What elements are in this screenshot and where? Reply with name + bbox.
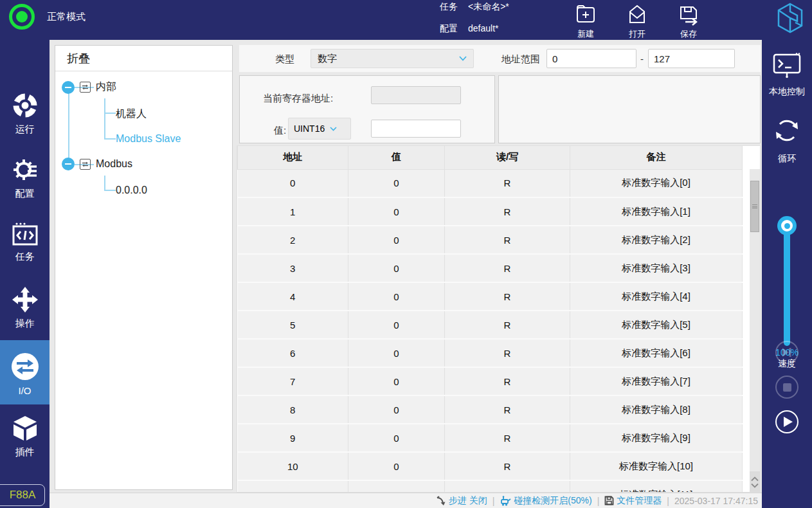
cell-address: 7	[238, 367, 348, 395]
save-task-button[interactable]: 保存	[668, 4, 709, 40]
detail-empty-panel	[498, 75, 761, 143]
type-label: 类型	[275, 53, 294, 66]
value-label: 值:	[274, 125, 286, 137]
cell-rw: R	[445, 254, 570, 282]
file-manager-button[interactable]: 文件管理器	[604, 495, 662, 507]
scroll-down-icon[interactable]	[751, 483, 759, 488]
collapse-minus-icon[interactable]	[62, 81, 75, 94]
table-body: 0 0 R 标准数字输入[0] 1 0 R 标准数字输入[1] 2	[238, 169, 743, 493]
value-input[interactable]	[371, 120, 461, 138]
tree-line	[104, 176, 105, 191]
local-control-label: 本地控制	[762, 86, 812, 98]
open-button-label: 打开	[629, 29, 645, 39]
sidebar-item-run[interactable]: 运行	[0, 91, 50, 153]
step-toggle[interactable]: 步进 关闭	[436, 495, 487, 507]
tree-leaf-robot[interactable]: 机器人	[116, 107, 147, 121]
table-row[interactable]: 0 0 R 标准数字输入[0]	[238, 169, 743, 197]
slider-track[interactable]	[784, 230, 790, 346]
cell-note: 标准数字输入[2]	[570, 226, 743, 254]
cell-rw: R	[445, 226, 570, 254]
range-from-input[interactable]	[546, 49, 636, 68]
loop-button[interactable]: 循环	[762, 116, 812, 165]
io-transfer-icon	[10, 352, 40, 381]
cell-value: 0	[348, 197, 445, 226]
cell-note: 标准数字输入[7]	[570, 367, 743, 395]
cell-value: 0	[348, 254, 445, 282]
value-type-dropdown[interactable]: UINT16	[288, 118, 351, 140]
tree-leaf-ip[interactable]: 0.0.0.0	[116, 185, 147, 196]
right-sidebar: 本地控制 循环 100% 速度	[762, 40, 812, 508]
play-button[interactable]	[775, 410, 798, 433]
scrollbar-thumb[interactable]	[750, 181, 759, 232]
sidebar-item-config[interactable]: 配置	[0, 156, 50, 217]
tree-line	[104, 98, 105, 140]
new-button-label: 新建	[577, 29, 594, 39]
sidebar-item-label: 操作	[0, 318, 50, 330]
tree-node-modbus[interactable]: Modbus	[62, 158, 132, 170]
brand-logo-icon	[776, 3, 804, 36]
sidebar-item-label: I/O	[0, 385, 50, 396]
cell-rw: R	[445, 367, 570, 395]
table-row[interactable]: 4 0 R 标准数字输入[4]	[238, 282, 743, 311]
table-row[interactable]: 9 0 R 标准数字输入[9]	[238, 424, 743, 452]
table-row[interactable]: 5 0 R 标准数字输入[5]	[238, 311, 743, 339]
range-to-input[interactable]	[648, 49, 735, 68]
cell-address: 0	[238, 169, 348, 197]
cell-rw: R	[445, 339, 570, 367]
sidebar-item-plugin[interactable]: 插件	[0, 414, 50, 476]
topbar: 正常模式 任务 <未命名>* 配置 default* 新建 打开	[0, 0, 812, 40]
local-control-button[interactable]: 本地控制	[762, 53, 812, 98]
type-dropdown-value: 数字	[318, 53, 337, 65]
range-dash: -	[640, 53, 644, 64]
new-folder-icon	[575, 4, 597, 26]
cell-value: 0	[348, 367, 445, 395]
table-row[interactable]: 8 0 R 标准数字输入[8]	[238, 395, 743, 424]
cell-note: 标准数字输入[10]	[570, 452, 743, 480]
cell-rw: R	[445, 197, 570, 226]
sidebar-item-operate[interactable]: 操作	[0, 286, 50, 347]
gear-icon	[11, 156, 39, 184]
current-register-input[interactable]	[371, 86, 461, 104]
tree-collapse-header[interactable]: 折叠	[55, 46, 232, 71]
statusbar-separator: |	[597, 496, 600, 506]
slider-knob[interactable]	[777, 216, 797, 235]
scrollbar-buttons[interactable]	[750, 471, 760, 493]
main-content: 类型 数字 地址范围 - 当前寄存器地址: 值: UINT16 地址 值 读/写	[233, 40, 762, 493]
table-row[interactable]: 6 0 R 标准数字输入[6]	[238, 339, 743, 367]
table-row[interactable]: 11 0 R 标准数字输入[11]	[238, 480, 743, 493]
cube-icon	[11, 414, 39, 442]
loop-icon	[772, 116, 802, 145]
terminal-icon	[772, 53, 802, 78]
current-register-label: 当前寄存器地址:	[263, 93, 333, 105]
skip-next-button	[775, 341, 798, 364]
new-task-button[interactable]: 新建	[565, 4, 606, 40]
sidebar-item-task[interactable]: 任务	[0, 221, 50, 283]
cell-address: 11	[238, 480, 348, 493]
statusbar: 步进 关闭 | 碰撞检测开启(50%) | 文件管理器 | 2025-03-17…	[50, 493, 762, 508]
cell-note: 标准数字输入[4]	[570, 282, 743, 311]
table-row[interactable]: 7 0 R 标准数字输入[7]	[238, 367, 743, 395]
loop-label: 循环	[762, 153, 812, 165]
cell-value: 0	[348, 311, 445, 339]
mode-label: 正常模式	[47, 11, 86, 23]
sidebar-item-io[interactable]: I/O	[0, 340, 50, 404]
scroll-up-icon[interactable]	[751, 476, 759, 482]
cell-rw: R	[445, 311, 570, 339]
mode-indicator: 正常模式	[9, 4, 86, 30]
collapse-minus-icon[interactable]	[62, 158, 75, 170]
collision-detect-toggle[interactable]: 碰撞检测开启(50%)	[500, 495, 591, 507]
table-row[interactable]: 10 0 R 标准数字输入[10]	[238, 452, 743, 480]
tree-node-internal[interactable]: 内部	[62, 80, 116, 94]
step-status-text: 步进 关闭	[449, 495, 487, 507]
table-row[interactable]: 3 0 R 标准数字输入[3]	[238, 254, 743, 282]
cell-address: 9	[238, 424, 348, 452]
file-manager-label: 文件管理器	[617, 495, 662, 507]
open-task-button[interactable]: 打开	[617, 4, 658, 40]
col-header-address: 地址	[238, 146, 348, 169]
table-scrollbar[interactable]	[750, 169, 760, 493]
type-dropdown[interactable]: 数字	[311, 49, 474, 68]
table-row[interactable]: 1 0 R 标准数字输入[1]	[238, 197, 743, 226]
run-target-icon	[11, 91, 39, 120]
table-row[interactable]: 2 0 R 标准数字输入[2]	[238, 226, 743, 254]
tree-leaf-modbus-slave[interactable]: Modbus Slave	[116, 133, 181, 145]
